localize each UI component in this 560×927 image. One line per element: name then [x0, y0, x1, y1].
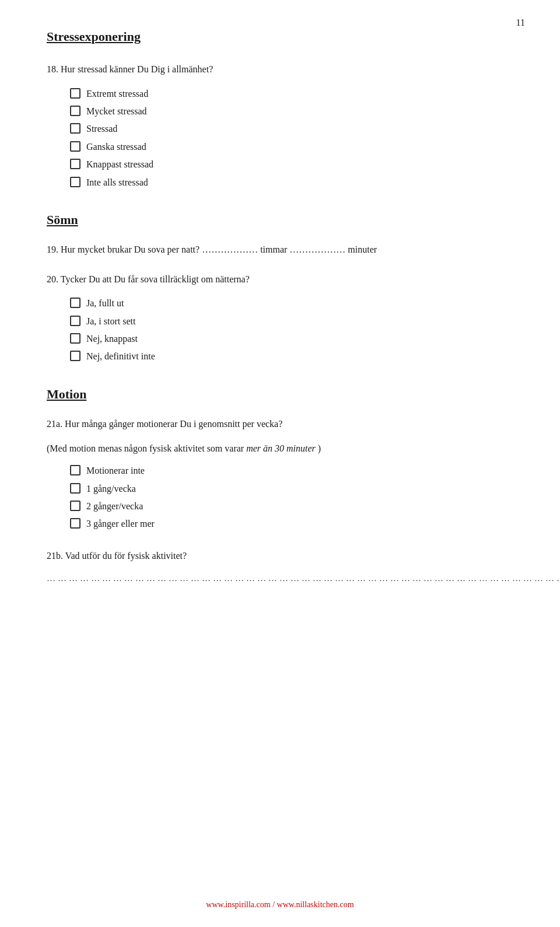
question-19: 19. Hur mycket brukar Du sova per natt? … [47, 242, 513, 257]
checkbox-icon[interactable] [70, 483, 80, 494]
q21a-text: Hur många gånger motionerar Du i genomsn… [65, 419, 282, 429]
q19-timmar: timmar [260, 244, 287, 254]
somn-section-heading: Sömn [47, 212, 513, 228]
q18-options-list: Extremt stressad Mycket stressad Stressa… [70, 88, 513, 189]
q21a-subtext-italic: mer än 30 minuter [246, 443, 316, 453]
checkbox-icon[interactable] [70, 123, 80, 134]
checkbox-icon[interactable] [70, 465, 80, 475]
option-label: Knappast stressad [86, 158, 153, 171]
option-label: Inte alls stressad [86, 176, 148, 189]
checkbox-icon[interactable] [70, 106, 80, 116]
checkbox-icon[interactable] [70, 501, 80, 511]
option-label: 2 gånger/vecka [86, 500, 143, 513]
option-label: Ganska stressad [86, 141, 146, 153]
list-item: Nej, definitivt inte [70, 350, 513, 363]
list-item: 2 gånger/vecka [70, 500, 513, 513]
option-label: 3 gånger eller mer [86, 517, 155, 530]
option-label: Extremt stressad [86, 88, 148, 100]
q20-label: 20. [47, 274, 58, 284]
checkbox-icon[interactable] [70, 316, 80, 326]
list-item: Mycket stressad [70, 105, 513, 118]
option-label: Nej, knappast [86, 333, 138, 345]
question-18: 18. Hur stressad känner Du Dig i allmänh… [47, 62, 513, 77]
list-item: Stressad [70, 123, 513, 135]
q21b-label: 21b. [47, 551, 63, 561]
checkbox-icon[interactable] [70, 518, 80, 529]
option-label: Mycket stressad [86, 105, 147, 118]
q18-text: Hur stressad känner Du Dig i allmänhet? [61, 64, 213, 74]
q21a-options-list: Motionerar inte 1 gång/vecka 2 gånger/ve… [70, 464, 513, 531]
list-item: Inte alls stressad [70, 176, 513, 189]
q19-text: Hur mycket brukar Du sova per natt? [61, 244, 200, 254]
checkbox-icon[interactable] [70, 141, 80, 152]
q21a-label: 21a. [47, 419, 62, 429]
q19-dots2: ……………… [289, 244, 345, 254]
checkbox-icon[interactable] [70, 351, 80, 361]
checkbox-icon[interactable] [70, 88, 80, 99]
checkbox-icon[interactable] [70, 159, 80, 169]
question-21b: 21b. Vad utför du för fysisk aktivitet? [47, 548, 513, 564]
motion-section: Motion 21a. Hur många gånger motionerar … [47, 387, 513, 584]
list-item: Ja, fullt ut [70, 297, 513, 310]
option-label: Motionerar inte [86, 464, 145, 477]
option-label: Stressad [86, 123, 117, 135]
q19-dots1: ……………… [202, 244, 258, 254]
question-21a: 21a. Hur många gånger motionerar Du i ge… [47, 417, 513, 432]
list-item: 1 gång/vecka [70, 482, 513, 495]
page-number: 11 [516, 18, 525, 28]
list-item: Motionerar inte [70, 464, 513, 477]
list-item: Nej, knappast [70, 333, 513, 345]
q21a-subtext: (Med motion menas någon fysisk aktivitet… [47, 442, 513, 456]
q19-label: 19. [47, 244, 58, 254]
list-item: Ja, i stort sett [70, 315, 513, 328]
checkbox-icon[interactable] [70, 177, 80, 187]
list-item: Ganska stressad [70, 141, 513, 153]
option-label: 1 gång/vecka [86, 482, 136, 495]
option-label: Nej, definitivt inte [86, 350, 155, 363]
q20-options-list: Ja, fullt ut Ja, i stort sett Nej, knapp… [70, 297, 513, 363]
list-item: Extremt stressad [70, 88, 513, 100]
stress-section-heading: Stressexponering [47, 29, 513, 44]
option-label: Ja, i stort sett [86, 315, 135, 328]
footer-text: www.inspirilla.com / www.nillaskitchen.c… [206, 900, 354, 909]
option-label: Ja, fullt ut [86, 297, 124, 310]
list-item: Knappast stressad [70, 158, 513, 171]
checkbox-icon[interactable] [70, 298, 80, 308]
q21b-text: Vad utför du för fysisk aktivitet? [65, 551, 187, 561]
q21a-subtext-start: (Med motion menas någon fysisk aktivitet… [47, 443, 244, 453]
q19-minuter: minuter [348, 244, 377, 254]
checkbox-icon[interactable] [70, 333, 80, 344]
q21a-subtext-end: ) [318, 443, 321, 453]
q18-label: 18. [47, 64, 58, 74]
q20-text: Tycker Du att Du får sova tillräckligt o… [61, 274, 250, 284]
motion-section-heading: Motion [47, 387, 513, 402]
page-container: 11 Stressexponering 18. Hur stressad kän… [0, 0, 560, 927]
q21b-dots: …………………………………………………………………………………………………………… [47, 573, 513, 583]
list-item: 3 gånger eller mer [70, 517, 513, 530]
page-footer: www.inspirilla.com / www.nillaskitchen.c… [0, 900, 560, 909]
question-20: 20. Tycker Du att Du får sova tillräckli… [47, 272, 513, 287]
